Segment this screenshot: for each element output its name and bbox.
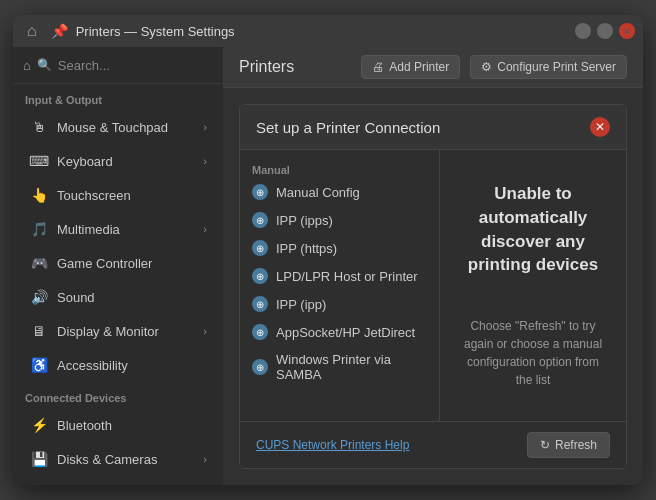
thunderbolt-icon: ⚡	[29, 483, 49, 485]
sidebar-item-mouse-touchpad[interactable]: 🖱 Mouse & Touchpad ›	[17, 111, 219, 143]
list-item-label: IPP (ipp)	[276, 297, 326, 312]
dialog-header: Set up a Printer Connection ✕	[240, 105, 626, 150]
sidebar-item-sound[interactable]: 🔊 Sound	[17, 281, 219, 313]
list-item-ipp-ipps[interactable]: ⊕ IPP (ipps)	[240, 206, 439, 234]
sidebar-item-thunderbolt[interactable]: ⚡ Thunderbolt	[17, 477, 219, 485]
titlebar-icon: 📌	[51, 23, 68, 39]
search-input[interactable]	[58, 58, 223, 73]
list-item-label: LPD/LPR Host or Printer	[276, 269, 418, 284]
home-button[interactable]: ⌂	[21, 20, 43, 42]
accessibility-icon: ♿	[29, 355, 49, 375]
mouse-icon: 🖱	[29, 117, 49, 137]
list-item-label: AppSocket/HP JetDirect	[276, 325, 415, 340]
keyboard-icon: ⌨	[29, 151, 49, 171]
dialog-title: Set up a Printer Connection	[256, 119, 440, 136]
main-header: Printers 🖨 Add Printer ⚙ Configure Print…	[223, 47, 643, 88]
dialog-list: Manual ⊕ Manual Config ⊕ IPP (ipps) ⊕	[240, 150, 440, 421]
sidebar-item-game-controller[interactable]: 🎮 Game Controller	[17, 247, 219, 279]
titlebar-controls: ✕	[575, 23, 635, 39]
header-actions: 🖨 Add Printer ⚙ Configure Print Server	[361, 55, 627, 79]
dialog-footer: CUPS Network Printers Help ↻ Refresh	[240, 421, 626, 468]
sidebar-item-display[interactable]: 🖥 Display & Monitor ›	[17, 315, 219, 347]
list-item-label: Windows Printer via SAMBA	[276, 352, 427, 382]
main-body: Set up a Printer Connection ✕ Manual ⊕ M…	[223, 88, 643, 485]
manual-section-label: Manual	[240, 158, 439, 178]
list-item-manual-config[interactable]: ⊕ Manual Config	[240, 178, 439, 206]
windows-samba-icon: ⊕	[252, 359, 268, 375]
configure-label: Configure Print Server	[497, 60, 616, 74]
list-item-label: Manual Config	[276, 185, 360, 200]
dialog-body: Manual ⊕ Manual Config ⊕ IPP (ipps) ⊕	[240, 150, 626, 421]
add-printer-label: Add Printer	[389, 60, 449, 74]
add-printer-button[interactable]: 🖨 Add Printer	[361, 55, 460, 79]
sidebar: ⌂ 🔍 ≡ Input & Output 🖱 Mouse & Touchpad …	[13, 47, 223, 485]
sidebar-item-keyboard[interactable]: ⌨ Keyboard ›	[17, 145, 219, 177]
list-item-appsocket[interactable]: ⊕ AppSocket/HP JetDirect	[240, 318, 439, 346]
content-area: ⌂ 🔍 ≡ Input & Output 🖱 Mouse & Touchpad …	[13, 47, 643, 485]
refresh-icon: ↻	[540, 438, 550, 452]
maximize-button[interactable]	[597, 23, 613, 39]
main-panel: Printers 🖨 Add Printer ⚙ Configure Print…	[223, 47, 643, 485]
ipp-ipp-icon: ⊕	[252, 296, 268, 312]
list-item-label: IPP (ipps)	[276, 213, 333, 228]
display-icon: 🖥	[29, 321, 49, 341]
list-item-windows-samba[interactable]: ⊕ Windows Printer via SAMBA	[240, 346, 439, 388]
unable-to-discover-text: Unable to automatically discover any pri…	[460, 182, 606, 277]
printer-connection-dialog: Set up a Printer Connection ✕ Manual ⊕ M…	[239, 104, 627, 469]
minimize-button[interactable]	[575, 23, 591, 39]
ipp-ipps-icon: ⊕	[252, 212, 268, 228]
manual-config-icon: ⊕	[252, 184, 268, 200]
chevron-right-icon: ›	[203, 155, 207, 167]
search-icon: 🔍	[37, 58, 52, 72]
main-window: ⌂ 📌 Printers — System Settings ✕ ⌂ 🔍 ≡ I…	[13, 15, 643, 485]
sidebar-home-button[interactable]: ⌂	[23, 58, 31, 73]
chevron-right-icon: ›	[203, 223, 207, 235]
sidebar-item-multimedia[interactable]: 🎵 Multimedia ›	[17, 213, 219, 245]
disks-icon: 💾	[29, 449, 49, 469]
add-printer-icon: 🖨	[372, 60, 384, 74]
sidebar-item-bluetooth[interactable]: ⚡ Bluetooth	[17, 409, 219, 441]
sidebar-item-disks[interactable]: 💾 Disks & Cameras ›	[17, 443, 219, 475]
dialog-close-button[interactable]: ✕	[590, 117, 610, 137]
chevron-right-icon: ›	[203, 325, 207, 337]
touchscreen-icon: 👆	[29, 185, 49, 205]
titlebar-title: Printers — System Settings	[76, 24, 235, 39]
list-item-ipp-ipp[interactable]: ⊕ IPP (ipp)	[240, 290, 439, 318]
section-label-connected: Connected Devices	[13, 382, 223, 408]
cups-help-link[interactable]: CUPS Network Printers Help	[256, 438, 409, 452]
list-item-lpd[interactable]: ⊕ LPD/LPR Host or Printer	[240, 262, 439, 290]
section-label-input-output: Input & Output	[13, 84, 223, 110]
configure-icon: ⚙	[481, 60, 492, 74]
page-title: Printers	[239, 58, 294, 76]
list-item-label: IPP (https)	[276, 241, 337, 256]
list-item-ipp-https[interactable]: ⊕ IPP (https)	[240, 234, 439, 262]
chevron-right-icon: ›	[203, 453, 207, 465]
refresh-button[interactable]: ↻ Refresh	[527, 432, 610, 458]
configure-server-button[interactable]: ⚙ Configure Print Server	[470, 55, 627, 79]
dialog-right-panel: Unable to automatically discover any pri…	[440, 150, 626, 421]
sidebar-item-accessibility[interactable]: ♿ Accessibility	[17, 349, 219, 381]
bluetooth-icon: ⚡	[29, 415, 49, 435]
window-close-button[interactable]: ✕	[619, 23, 635, 39]
multimedia-icon: 🎵	[29, 219, 49, 239]
titlebar-left: ⌂ 📌 Printers — System Settings	[21, 20, 235, 42]
choose-refresh-text: Choose "Refresh" to try again or choose …	[460, 317, 606, 389]
refresh-label: Refresh	[555, 438, 597, 452]
appsocket-icon: ⊕	[252, 324, 268, 340]
sound-icon: 🔊	[29, 287, 49, 307]
chevron-right-icon: ›	[203, 121, 207, 133]
ipp-https-icon: ⊕	[252, 240, 268, 256]
lpd-icon: ⊕	[252, 268, 268, 284]
titlebar: ⌂ 📌 Printers — System Settings ✕	[13, 15, 643, 47]
game-controller-icon: 🎮	[29, 253, 49, 273]
search-bar: ⌂ 🔍 ≡	[13, 47, 223, 84]
sidebar-item-touchscreen[interactable]: 👆 Touchscreen	[17, 179, 219, 211]
